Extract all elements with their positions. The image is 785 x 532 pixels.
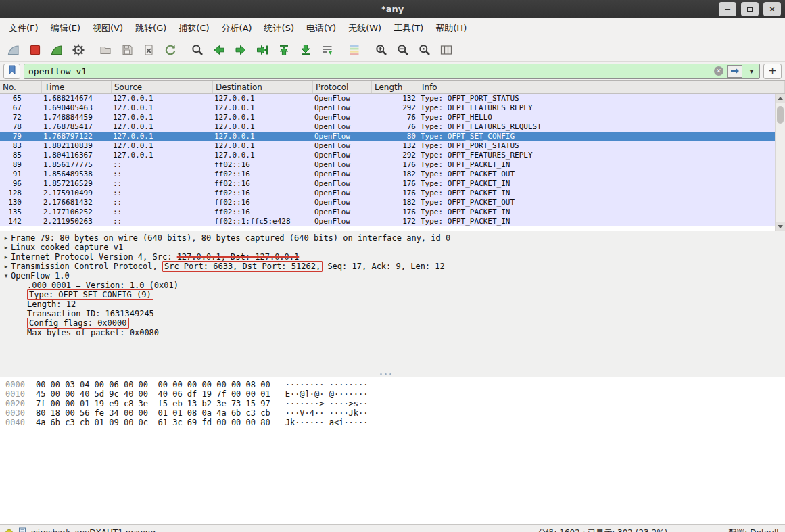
- capture-options-icon[interactable]: [68, 41, 89, 59]
- save-file-icon[interactable]: [116, 41, 138, 59]
- packet-list-scrollbar[interactable]: [775, 94, 785, 231]
- colorize-icon[interactable]: [343, 41, 365, 59]
- cell-time: 1.748884459: [42, 113, 112, 122]
- packet-row-130[interactable]: 1302.176681432::ff02::16OpenFlow182Type:…: [0, 198, 775, 208]
- filter-apply-button[interactable]: [727, 65, 742, 78]
- hex-row-0010[interactable]: 001045 00 00 40 5d 9c 40 00 40 06 df 19 …: [5, 389, 785, 399]
- filter-dropdown-button[interactable]: ▾: [746, 65, 757, 78]
- status-bar: wireshark_anyDXAUT1.pcapng 分组: 1602 · 已显…: [0, 524, 785, 532]
- expert-info-icon[interactable]: [5, 529, 13, 532]
- packet-row-85[interactable]: 851.804116367127.0.0.1127.0.0.1OpenFlow2…: [0, 151, 775, 160]
- hex-bytes: 4a 6b c3 cb 01 09 00 0c 61 3c 69 fd 00 0…: [36, 418, 270, 427]
- column-header-time[interactable]: Time: [42, 81, 112, 93]
- column-header-source[interactable]: Source: [112, 81, 213, 93]
- triangle-up-icon: [778, 97, 783, 100]
- auto-scroll-icon[interactable]: [316, 41, 338, 59]
- packet-row-128[interactable]: 1282.175910499::ff02::16OpenFlow176Type:…: [0, 189, 775, 198]
- packet-row-91[interactable]: 911.856489538::ff02::16OpenFlow182Type: …: [0, 170, 775, 179]
- detail-line[interactable]: Type: OFPT_SET_CONFIG (9): [0, 290, 785, 299]
- menu-help[interactable]: 帮助(H): [429, 20, 473, 37]
- scroll-up-button[interactable]: [776, 94, 785, 103]
- packet-row-65[interactable]: 651.688214674127.0.0.1127.0.0.1OpenFlow1…: [0, 94, 775, 103]
- expander-icon[interactable]: ▾: [1, 271, 11, 281]
- menu-view[interactable]: 视图(V): [87, 20, 129, 37]
- go-first-icon[interactable]: [273, 41, 295, 59]
- expander-icon[interactable]: ▸: [1, 233, 11, 243]
- cell-length: 132: [372, 94, 419, 103]
- packet-row-135[interactable]: 1352.177106252::ff02::16OpenFlow176Type:…: [0, 208, 775, 217]
- column-header-no[interactable]: No.: [0, 81, 42, 93]
- menu-tools[interactable]: 工具(T): [387, 20, 429, 37]
- resize-columns-icon[interactable]: [435, 41, 457, 59]
- detail-line[interactable]: Max bytes of packet: 0x0080: [0, 328, 785, 337]
- hex-bytes: 45 00 00 40 5d 9c 40 00 40 06 df 19 7f 0…: [36, 389, 270, 399]
- menu-go[interactable]: 跳转(G): [129, 20, 172, 37]
- title-bar[interactable]: *any − ✕: [0, 0, 785, 18]
- menu-capture[interactable]: 捕获(C): [172, 20, 215, 37]
- reload-icon[interactable]: [160, 41, 181, 59]
- column-header-destination[interactable]: Destination: [213, 81, 313, 93]
- profile-selector[interactable]: 配置: Default: [728, 527, 780, 532]
- packet-row-142[interactable]: 1422.211950263::ff02::1:ffc5:e428OpenFlo…: [0, 217, 775, 226]
- open-file-icon[interactable]: [95, 41, 116, 59]
- stop-capture-icon[interactable]: [24, 41, 46, 59]
- detail-line[interactable]: ▾OpenFlow 1.0: [0, 271, 785, 281]
- cell-info: Type: OFPT_FEATURES_REQUEST: [419, 122, 775, 132]
- packet-row-79[interactable]: 791.768797122127.0.0.1127.0.0.1OpenFlow8…: [0, 132, 775, 141]
- close-button[interactable]: ✕: [763, 2, 781, 16]
- menu-telephony[interactable]: 电话(Y): [300, 20, 342, 37]
- filter-bookmark-button[interactable]: [3, 64, 20, 79]
- go-forward-icon[interactable]: [230, 41, 252, 59]
- cell-length: 176: [372, 160, 419, 170]
- menu-edit[interactable]: 编辑(E): [45, 20, 87, 37]
- filter-clear-button[interactable]: ✕: [714, 66, 723, 76]
- detail-line[interactable]: ▸Frame 79: 80 bytes on wire (640 bits), …: [0, 233, 785, 243]
- packet-list: No.TimeSourceDestinationProtocolLengthIn…: [0, 81, 785, 231]
- expander-icon[interactable]: ▸: [1, 243, 11, 252]
- hex-row-0000[interactable]: 000000 00 03 04 00 06 00 00 00 00 00 00 …: [5, 380, 785, 389]
- start-capture-icon[interactable]: [3, 41, 24, 59]
- go-back-icon[interactable]: [208, 41, 230, 59]
- detail-line[interactable]: Length: 12: [0, 299, 785, 309]
- capture-file-icon[interactable]: [18, 527, 26, 532]
- minimize-button[interactable]: −: [719, 2, 736, 16]
- detail-line[interactable]: ▸Linux cooked capture v1: [0, 243, 785, 252]
- close-file-icon[interactable]: [138, 41, 160, 59]
- menu-wireless[interactable]: 无线(W): [342, 20, 387, 37]
- hex-row-0020[interactable]: 00207f 00 00 01 19 e9 c8 3e f5 eb 13 b2 …: [5, 399, 785, 408]
- hex-row-0040[interactable]: 00404a 6b c3 cb 01 09 00 0c 61 3c 69 fd …: [5, 418, 785, 427]
- expander-icon[interactable]: ▸: [1, 262, 11, 271]
- zoom-reset-icon[interactable]: [414, 41, 435, 59]
- maximize-button[interactable]: [741, 2, 759, 16]
- detail-line[interactable]: Transaction ID: 1631349245: [0, 309, 785, 318]
- column-header-info[interactable]: Info: [419, 81, 785, 93]
- packet-row-96[interactable]: 961.857216529::ff02::16OpenFlow176Type: …: [0, 179, 775, 189]
- column-header-protocol[interactable]: Protocol: [313, 81, 372, 93]
- find-packet-icon[interactable]: [187, 41, 208, 59]
- zoom-out-icon[interactable]: [392, 41, 414, 59]
- hex-row-0030[interactable]: 003080 18 00 56 fe 34 00 00 01 01 08 0a …: [5, 408, 785, 418]
- menu-analyze[interactable]: 分析(A): [216, 20, 258, 37]
- expander-icon[interactable]: ▸: [1, 252, 11, 262]
- packet-row-89[interactable]: 891.856177775::ff02::16OpenFlow176Type: …: [0, 160, 775, 170]
- filter-input[interactable]: openflow_v1 ✕ ▾: [24, 64, 760, 79]
- column-header-length[interactable]: Length: [372, 81, 419, 93]
- packet-row-72[interactable]: 721.748884459127.0.0.1127.0.0.1OpenFlow7…: [0, 113, 775, 122]
- scrollbar-thumb[interactable]: [777, 106, 784, 124]
- zoom-in-icon[interactable]: [371, 41, 392, 59]
- go-to-packet-icon[interactable]: [252, 41, 273, 59]
- detail-line[interactable]: Config flags: 0x0000: [0, 318, 785, 328]
- restart-capture-icon[interactable]: [46, 41, 68, 59]
- add-filter-button[interactable]: +: [763, 64, 782, 79]
- detail-line[interactable]: ▸Internet Protocol Version 4, Src: 127.0…: [0, 252, 785, 262]
- menu-file[interactable]: 文件(F): [3, 20, 45, 37]
- detail-line[interactable]: .000 0001 = Version: 1.0 (0x01): [0, 281, 785, 290]
- packet-row-83[interactable]: 831.802110839127.0.0.1127.0.0.1OpenFlow1…: [0, 141, 775, 151]
- cell-destination: 127.0.0.1: [213, 103, 313, 113]
- menu-statistics[interactable]: 统计(S): [258, 20, 300, 37]
- detail-line[interactable]: ▸Transmission Control Protocol, Src Port…: [0, 262, 785, 271]
- packet-row-67[interactable]: 671.690405463127.0.0.1127.0.0.1OpenFlow2…: [0, 103, 775, 113]
- scroll-down-button[interactable]: [776, 222, 785, 231]
- go-last-icon[interactable]: [295, 41, 316, 59]
- packet-row-78[interactable]: 781.768785417127.0.0.1127.0.0.1OpenFlow7…: [0, 122, 775, 132]
